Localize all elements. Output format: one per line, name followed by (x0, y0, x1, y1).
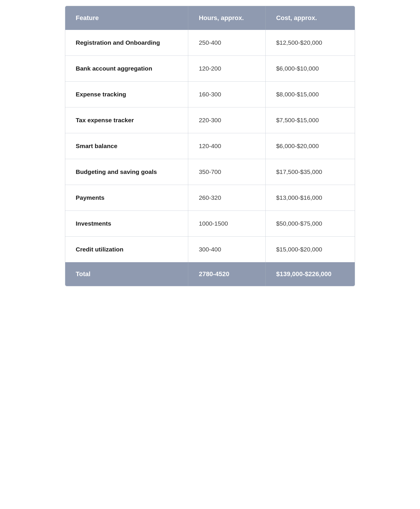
hours-cell: 260-320 (188, 185, 266, 211)
table-row: Investments1000-1500$50,000-$75,000 (65, 211, 355, 237)
cost-cell: $7,500-$15,000 (265, 107, 355, 133)
hours-cell: 1000-1500 (188, 211, 266, 237)
hours-cell: 350-700 (188, 159, 266, 185)
hours-cell: 120-200 (188, 56, 266, 82)
total-label: Total (65, 262, 188, 286)
feature-cell: Expense tracking (65, 82, 188, 107)
feature-cell: Investments (65, 211, 188, 237)
table-row: Bank account aggregation120-200$6,000-$1… (65, 56, 355, 82)
feature-cell: Smart balance (65, 133, 188, 159)
cost-cell: $17,500-$35,000 (265, 159, 355, 185)
table-footer-row: Total 2780-4520 $139,000-$226,000 (65, 262, 355, 286)
table-row: Registration and Onboarding250-400$12,50… (65, 30, 355, 56)
total-cost: $139,000-$226,000 (265, 262, 355, 286)
cost-cell: $13,000-$16,000 (265, 185, 355, 211)
cost-column-header: Cost, approx. (265, 6, 355, 30)
hours-cell: 250-400 (188, 30, 266, 56)
feature-cell: Budgeting and saving goals (65, 159, 188, 185)
table-row: Budgeting and saving goals350-700$17,500… (65, 159, 355, 185)
feature-cell: Bank account aggregation (65, 56, 188, 82)
hours-cell: 120-400 (188, 133, 266, 159)
pricing-table-wrapper: Feature Hours, approx. Cost, approx. Reg… (65, 6, 355, 286)
table-header-row: Feature Hours, approx. Cost, approx. (65, 6, 355, 30)
cost-cell: $12,500-$20,000 (265, 30, 355, 56)
table-row: Expense tracking160-300$8,000-$15,000 (65, 82, 355, 107)
feature-cell: Tax expense tracker (65, 107, 188, 133)
cost-cell: $50,000-$75,000 (265, 211, 355, 237)
cost-cell: $6,000-$10,000 (265, 56, 355, 82)
feature-cell: Registration and Onboarding (65, 30, 188, 56)
total-hours: 2780-4520 (188, 262, 266, 286)
feature-column-header: Feature (65, 6, 188, 30)
table-row: Credit utilization300-400$15,000-$20,000 (65, 237, 355, 262)
feature-cell: Credit utilization (65, 237, 188, 262)
hours-cell: 160-300 (188, 82, 266, 107)
table-row: Smart balance120-400$6,000-$20,000 (65, 133, 355, 159)
pricing-table: Feature Hours, approx. Cost, approx. Reg… (65, 6, 355, 286)
hours-column-header: Hours, approx. (188, 6, 266, 30)
feature-cell: Payments (65, 185, 188, 211)
table-row: Payments260-320$13,000-$16,000 (65, 185, 355, 211)
hours-cell: 220-300 (188, 107, 266, 133)
cost-cell: $8,000-$15,000 (265, 82, 355, 107)
hours-cell: 300-400 (188, 237, 266, 262)
cost-cell: $15,000-$20,000 (265, 237, 355, 262)
cost-cell: $6,000-$20,000 (265, 133, 355, 159)
table-row: Tax expense tracker220-300$7,500-$15,000 (65, 107, 355, 133)
